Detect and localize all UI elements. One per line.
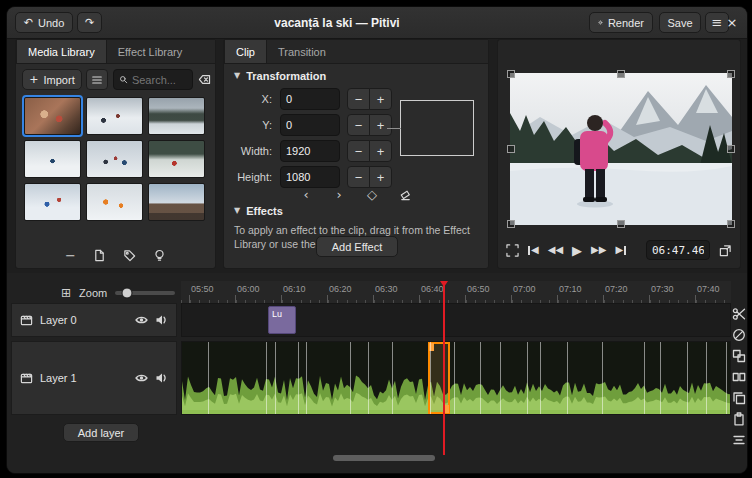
zoom-slider-handle[interactable] [122, 288, 133, 299]
import-button[interactable]: + Import [22, 69, 82, 90]
prev-keyframe-button[interactable]: ‹ [296, 186, 316, 202]
add-keyframe-icon[interactable]: ◇ [362, 186, 382, 202]
x-decrement-button[interactable]: − [347, 88, 370, 110]
clear-search-button[interactable] [194, 69, 214, 90]
y-increment-button[interactable]: + [369, 114, 392, 136]
reset-button[interactable] [395, 186, 415, 202]
seek-back-button[interactable]: ◀◀ [548, 241, 563, 259]
transform-handle[interactable] [727, 70, 735, 78]
width-input[interactable] [286, 145, 334, 157]
fullscreen-button[interactable] [506, 241, 519, 259]
seek-forward-button[interactable]: ▶▶ [591, 241, 606, 259]
width-field[interactable] [280, 140, 340, 162]
transform-handle[interactable] [507, 145, 515, 153]
transform-handle[interactable] [727, 220, 735, 228]
detach-viewer-button[interactable] [719, 241, 732, 259]
layer1-track[interactable] [181, 341, 731, 415]
clapperboard-icon [20, 314, 33, 327]
next-keyframe-button[interactable]: › [329, 186, 349, 202]
save-button[interactable]: Save [659, 12, 701, 33]
play-button[interactable]: ▶ [572, 241, 582, 259]
add-layer-button[interactable]: Add layer [63, 423, 139, 442]
layer1-clip-strip[interactable] [182, 342, 730, 414]
height-field[interactable] [280, 166, 340, 188]
transformation-preview-box[interactable] [400, 100, 474, 156]
speaker-icon[interactable] [155, 372, 168, 384]
tag-icon[interactable] [123, 249, 136, 262]
eye-icon[interactable] [135, 372, 148, 384]
transform-handle[interactable] [617, 220, 625, 228]
transform-handle[interactable] [617, 70, 625, 78]
speaker-icon[interactable] [155, 314, 168, 326]
window-title: vacanță la ski — Pitivi [127, 7, 547, 38]
search-input[interactable] [132, 74, 187, 86]
layer0-track[interactable]: Lu [181, 303, 731, 337]
media-clip-thumbnail[interactable] [148, 183, 205, 221]
transformation-expander[interactable]: ▼ Transformation [234, 70, 326, 82]
zoom-fit-icon[interactable]: ⊞ [61, 287, 71, 299]
tab-transition[interactable]: Transition [267, 40, 337, 63]
eye-icon[interactable] [135, 314, 148, 326]
align-clips-button[interactable] [732, 433, 746, 447]
redo-button[interactable]: ↷ [77, 12, 102, 33]
media-clip-thumbnail[interactable] [24, 183, 81, 221]
clip-properties-icon[interactable] [93, 249, 106, 262]
transform-handle[interactable] [507, 70, 515, 78]
layer1-controls[interactable]: Layer 1 [11, 341, 177, 415]
zoom-slider[interactable] [115, 291, 175, 295]
tab-clip[interactable]: Clip [224, 40, 267, 63]
transform-handle[interactable] [727, 145, 735, 153]
view-toggle-button[interactable] [86, 69, 108, 90]
media-clip-thumbnail[interactable] [86, 183, 143, 221]
video-preview[interactable] [510, 73, 732, 225]
ungroup-clips-button[interactable] [732, 370, 746, 384]
render-button[interactable]: Render [589, 12, 653, 33]
x-increment-button[interactable]: + [369, 88, 392, 110]
height-increment-button[interactable]: + [369, 166, 392, 188]
add-effect-button[interactable]: Add Effect [316, 236, 398, 257]
undo-button[interactable]: ↶ Undo [15, 12, 73, 33]
effects-expander[interactable]: ▼ Effects [234, 205, 283, 217]
timecode-input[interactable] [652, 244, 704, 257]
search-field[interactable] [113, 69, 193, 90]
close-button[interactable]: × [721, 12, 743, 33]
clip-properties-panel: Clip Transition ▼ Transformation X: − + … [223, 39, 489, 269]
projector-icon[interactable] [153, 249, 166, 262]
horizontal-scrollbar[interactable] [333, 455, 435, 461]
seek-end-icon: ▶ [615, 245, 623, 255]
transform-handle[interactable] [507, 220, 515, 228]
media-clip-thumbnail[interactable] [86, 140, 143, 178]
seek-start-button[interactable]: ◀ [528, 241, 539, 259]
height-decrement-button[interactable]: − [347, 166, 370, 188]
group-clips-button[interactable] [732, 349, 746, 363]
tab-effect-library[interactable]: Effect Library [107, 40, 194, 63]
tab-media-library[interactable]: Media Library [16, 40, 107, 63]
selected-clip[interactable] [428, 342, 450, 414]
playhead[interactable] [443, 283, 445, 455]
media-clip-thumbnail[interactable] [148, 97, 205, 135]
title-clip[interactable]: Lu [268, 306, 296, 334]
paste-clip-button[interactable] [732, 412, 746, 426]
copy-clip-button[interactable] [732, 391, 746, 405]
split-clip-button[interactable] [732, 307, 746, 321]
media-clip-thumbnail[interactable] [148, 140, 205, 178]
timecode-field[interactable] [646, 240, 710, 260]
layer0-controls[interactable]: Layer 0 [11, 303, 177, 337]
clip-cut-line [368, 342, 369, 414]
undo-label: Undo [38, 17, 64, 29]
x-field[interactable] [280, 88, 340, 110]
media-clip-thumbnail[interactable] [24, 140, 81, 178]
x-input[interactable] [286, 93, 334, 105]
width-increment-button[interactable]: + [369, 140, 392, 162]
height-input[interactable] [286, 171, 334, 183]
y-input[interactable] [286, 119, 334, 131]
y-field[interactable] [280, 114, 340, 136]
playhead-marker[interactable] [440, 281, 448, 287]
remove-clip-icon[interactable]: − [65, 249, 76, 262]
media-clip-thumbnail[interactable] [24, 97, 81, 135]
seek-end-button[interactable]: ▶ [615, 241, 626, 259]
width-decrement-button[interactable]: − [347, 140, 370, 162]
media-clip-thumbnail[interactable] [86, 97, 143, 135]
y-decrement-button[interactable]: − [347, 114, 370, 136]
delete-clip-button[interactable] [732, 328, 746, 342]
